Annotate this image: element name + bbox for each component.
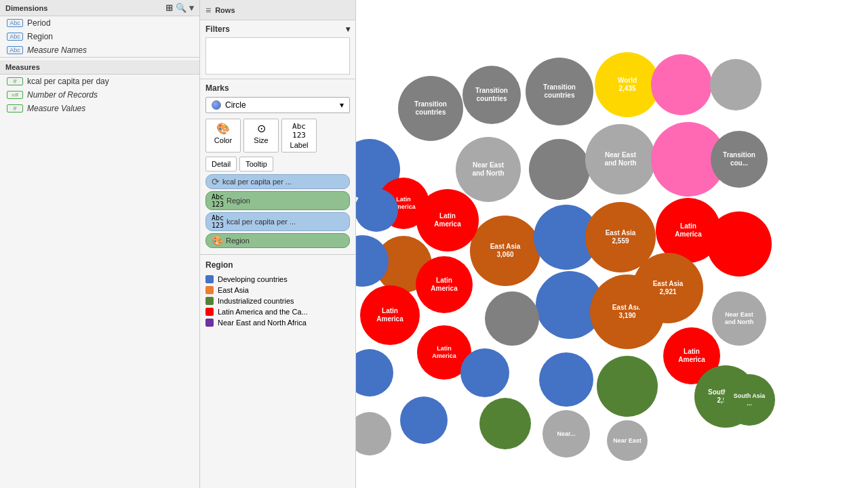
bubble-24[interactable] <box>651 54 712 115</box>
bubble-6[interactable]: East Asia 3,060 <box>470 216 540 286</box>
bubble-35[interactable] <box>485 291 539 346</box>
dim-period-label: Period <box>27 18 51 28</box>
region-label-1: East Asia <box>218 286 249 294</box>
marks-type-dropdown[interactable]: Circle ▾ <box>205 97 350 113</box>
color-label: Color <box>214 136 232 144</box>
pill-kcal-label: kcal per capita per ... <box>222 178 292 186</box>
bubble-8[interactable]: Latin America <box>416 256 473 313</box>
bubble-38[interactable] <box>400 396 448 444</box>
region-item-1[interactable]: East Asia <box>205 285 350 296</box>
rows-icon: ≡ <box>205 5 211 16</box>
bubble-39[interactable] <box>479 398 531 449</box>
bubble-31[interactable] <box>707 211 772 277</box>
bubble-18[interactable] <box>539 352 593 407</box>
region-dot-2 <box>205 297 214 305</box>
mark-pill-kcal[interactable]: ⟳ kcal per capita per ... <box>205 174 350 189</box>
bubble-34[interactable]: South Asia ... <box>724 374 775 426</box>
pill-kcal2-icon: Abc123 <box>212 214 224 229</box>
dimensions-list: Abc Period Abc Region Abc Measure Names <box>0 16 199 57</box>
region-item-4[interactable]: Near East and North Africa <box>205 317 350 328</box>
bubble-37[interactable] <box>356 412 391 455</box>
filters-expand-icon[interactable]: ▾ <box>346 24 350 34</box>
left-panel: Dimensions ⊞ 🔍 ▾ Abc Period Abc Region A… <box>0 0 200 488</box>
bubble-30[interactable]: Transition cou... <box>711 131 768 188</box>
bubble-10[interactable]: Latin America <box>360 285 420 345</box>
filters-section: Filters ▾ <box>200 20 355 79</box>
bubble-7[interactable]: Latin America <box>416 189 479 251</box>
measure-kcal[interactable]: # kcal per capita per day <box>0 75 199 88</box>
bubble-32[interactable]: Near East and North <box>712 291 766 346</box>
bubble-4[interactable]: Transition countries <box>462 66 521 124</box>
pill-kcal-icon: ⟳ <box>212 176 220 187</box>
label-icon: Abc123 <box>292 122 306 140</box>
marks-header: Marks <box>205 83 350 93</box>
dim-region-label: Region <box>27 32 53 41</box>
region-label-4: Near East and North Africa <box>218 319 307 327</box>
dim-measure-names-label: Measure Names <box>27 45 87 55</box>
region-item-2[interactable]: Industrialized countries <box>205 296 350 306</box>
bubble-40[interactable]: Near... <box>542 410 590 458</box>
region-dot-3 <box>205 308 214 316</box>
bubble-27[interactable]: East Asia 2,921 <box>633 253 703 323</box>
mark-pill-region1[interactable]: Abc123 Region <box>205 191 350 210</box>
size-label: Size <box>254 136 268 144</box>
size-icon: ⊙ <box>257 122 266 135</box>
circle-label: Circle <box>225 100 246 110</box>
bubble-3[interactable]: Transition countries <box>398 76 463 141</box>
mark-pill-region2[interactable]: 🎨 Region <box>205 233 350 248</box>
dim-period[interactable]: Abc Period <box>0 16 199 30</box>
bubble-13[interactable] <box>356 188 398 232</box>
dimensions-toolbar: ⊞ 🔍 ▾ <box>165 3 194 13</box>
filters-body <box>205 37 350 75</box>
bubble-23[interactable] <box>597 356 658 417</box>
filters-header[interactable]: Filters ▾ <box>205 24 350 34</box>
marks-section: Marks Circle ▾ 🎨 Color ⊙ Size Abc123 Lab… <box>200 79 355 255</box>
marks-detail-row: Detail Tooltip <box>205 157 350 171</box>
filters-label: Filters <box>205 24 230 34</box>
label-label: Label <box>290 141 309 149</box>
dim-region[interactable]: Abc Region <box>0 30 199 43</box>
main-panel: Latin AmericaTransition countriesTransit… <box>356 0 868 488</box>
type-badge-kcal: # <box>7 77 23 85</box>
bubble-5[interactable]: Near East and North <box>456 137 521 202</box>
measure-values[interactable]: # Measure Values <box>0 102 199 115</box>
dropdown-icon[interactable]: ▾ <box>189 3 194 13</box>
color-icon: 🎨 <box>216 122 230 135</box>
color-button[interactable]: 🎨 Color <box>205 119 241 152</box>
bubble-29[interactable] <box>710 59 762 110</box>
type-badge-values: # <box>7 104 23 113</box>
viz-area: Latin AmericaTransition countriesTransit… <box>356 0 868 488</box>
bubble-20[interactable]: Near East and North <box>585 124 656 195</box>
tooltip-label: Tooltip <box>245 160 267 168</box>
measure-records-label: Number of Records <box>27 90 98 100</box>
bubble-41[interactable]: Near East <box>607 420 648 461</box>
measure-records[interactable]: =# Number of Records <box>0 88 199 102</box>
type-badge-period: Abc <box>7 19 23 27</box>
bubble-11[interactable] <box>356 349 393 396</box>
mark-pill-kcal2[interactable]: Abc123 kcal per capita per ... <box>205 212 350 231</box>
region-items: Developing countries East Asia Industria… <box>205 274 350 328</box>
region-dot-0 <box>205 275 214 283</box>
region-item-3[interactable]: Latin America and the Ca... <box>205 306 350 317</box>
region-dot-1 <box>205 286 214 294</box>
grid-icon[interactable]: ⊞ <box>165 3 173 13</box>
detail-button[interactable]: Detail <box>205 157 237 171</box>
marks-label: Marks <box>205 83 229 93</box>
label-button[interactable]: Abc123 Label <box>281 119 317 152</box>
rows-label: Rows <box>215 6 235 14</box>
type-badge-measure-names: Abc <box>7 46 23 54</box>
dim-measure-names[interactable]: Abc Measure Names <box>0 43 199 57</box>
bubble-14[interactable]: Transition countries <box>526 58 593 125</box>
dimensions-header: Dimensions ⊞ 🔍 ▾ <box>0 0 199 16</box>
region-dot-4 <box>205 319 214 327</box>
region-item-0[interactable]: Developing countries <box>205 274 350 285</box>
measure-values-label: Measure Values <box>27 104 85 113</box>
bubble-36[interactable] <box>460 348 509 397</box>
size-button[interactable]: ⊙ Size <box>243 119 279 152</box>
bubble-15[interactable] <box>529 139 590 200</box>
marks-buttons: 🎨 Color ⊙ Size Abc123 Label <box>205 119 350 152</box>
bubble-19[interactable]: World 2,435 <box>595 52 660 117</box>
measures-header: Measures <box>0 60 199 75</box>
search-icon[interactable]: 🔍 <box>176 3 186 13</box>
tooltip-button[interactable]: Tooltip <box>239 157 273 171</box>
